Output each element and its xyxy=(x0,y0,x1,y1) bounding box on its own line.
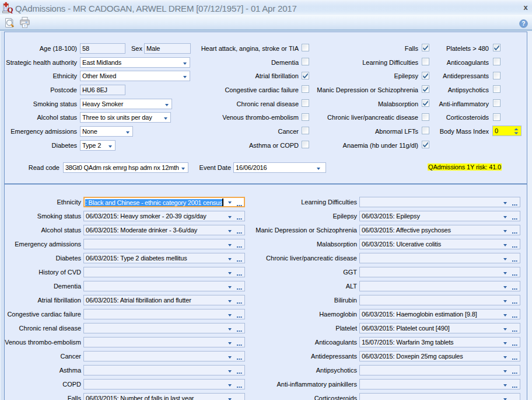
svg-text:?: ? xyxy=(522,20,525,27)
svg-text:Q: Q xyxy=(8,5,13,14)
